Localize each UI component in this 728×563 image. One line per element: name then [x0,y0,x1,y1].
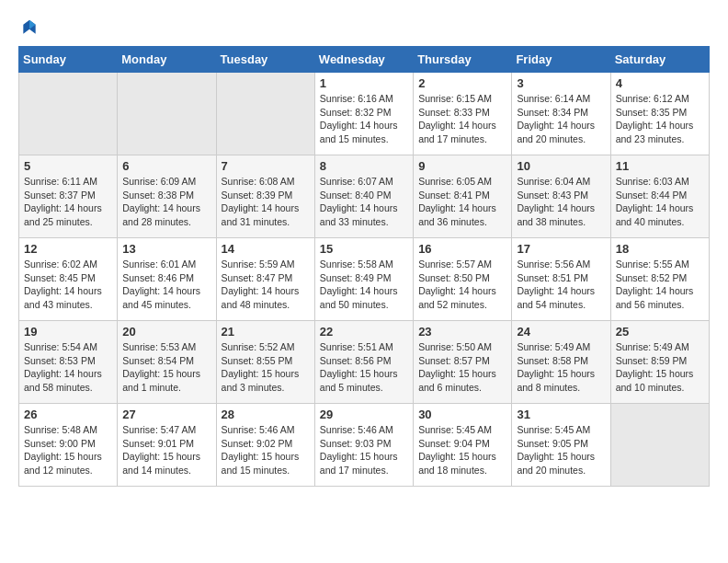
day-number: 28 [222,408,310,421]
calendar-cell: 25Sunrise: 5:49 AM Sunset: 8:59 PM Dayli… [610,321,709,404]
day-info: Sunrise: 5:55 AM Sunset: 8:52 PM Dayligh… [616,258,704,312]
day-info: Sunrise: 5:50 AM Sunset: 8:57 PM Dayligh… [418,340,506,395]
day-info: Sunrise: 6:14 AM Sunset: 8:34 PM Dayligh… [517,92,605,146]
day-info: Sunrise: 5:59 AM Sunset: 8:47 PM Dayligh… [222,258,310,312]
calendar-cell [216,73,314,155]
day-info: Sunrise: 5:54 AM Sunset: 8:53 PM Dayligh… [24,340,112,395]
day-info: Sunrise: 6:12 AM Sunset: 8:35 PM Dayligh… [616,92,704,146]
column-header-thursday: Thursday [414,47,512,73]
day-number: 22 [320,325,408,339]
day-number: 19 [24,325,112,339]
calendar-cell: 4Sunrise: 6:12 AM Sunset: 8:35 PM Daylig… [610,73,709,155]
calendar-week-1: 1Sunrise: 6:16 AM Sunset: 8:32 PM Daylig… [19,73,710,155]
day-info: Sunrise: 6:01 AM Sunset: 8:46 PM Dayligh… [122,258,210,312]
day-info: Sunrise: 5:58 AM Sunset: 8:49 PM Dayligh… [320,258,408,312]
column-header-saturday: Saturday [610,47,709,73]
calendar-cell: 11Sunrise: 6:03 AM Sunset: 8:44 PM Dayli… [610,155,709,238]
day-info: Sunrise: 5:49 AM Sunset: 8:58 PM Dayligh… [517,340,605,395]
day-number: 20 [122,325,210,339]
calendar-cell: 13Sunrise: 6:01 AM Sunset: 8:46 PM Dayli… [118,238,216,321]
day-number: 9 [418,159,506,173]
calendar-cell: 31Sunrise: 5:45 AM Sunset: 9:05 PM Dayli… [512,404,610,487]
day-number: 16 [418,242,506,256]
calendar-cell: 14Sunrise: 5:59 AM Sunset: 8:47 PM Dayli… [216,238,314,321]
calendar-cell: 17Sunrise: 5:56 AM Sunset: 8:51 PM Dayli… [512,238,610,321]
calendar-cell: 21Sunrise: 5:52 AM Sunset: 8:55 PM Dayli… [216,321,314,404]
calendar-week-3: 12Sunrise: 6:02 AM Sunset: 8:45 PM Dayli… [19,238,710,321]
calendar-cell [610,404,709,487]
calendar-cell: 15Sunrise: 5:58 AM Sunset: 8:49 PM Dayli… [314,238,413,321]
day-info: Sunrise: 5:47 AM Sunset: 9:01 PM Dayligh… [122,423,210,477]
day-info: Sunrise: 6:02 AM Sunset: 8:45 PM Dayligh… [24,258,112,312]
day-info: Sunrise: 6:04 AM Sunset: 8:43 PM Dayligh… [517,175,605,229]
calendar-cell: 1Sunrise: 6:16 AM Sunset: 8:32 PM Daylig… [314,73,413,155]
column-header-sunday: Sunday [19,47,118,73]
day-number: 5 [24,159,112,173]
day-number: 31 [517,408,605,421]
calendar-table: SundayMondayTuesdayWednesdayThursdayFrid… [18,46,710,487]
column-header-tuesday: Tuesday [216,47,314,73]
calendar-cell: 28Sunrise: 5:46 AM Sunset: 9:02 PM Dayli… [216,404,314,487]
day-info: Sunrise: 6:05 AM Sunset: 8:41 PM Dayligh… [418,175,506,229]
day-number: 15 [320,242,408,256]
day-number: 13 [122,242,210,256]
calendar-cell: 9Sunrise: 6:05 AM Sunset: 8:41 PM Daylig… [414,155,512,238]
column-header-monday: Monday [118,47,216,73]
day-number: 18 [616,242,704,256]
logo-icon [20,18,39,37]
calendar-cell: 8Sunrise: 6:07 AM Sunset: 8:40 PM Daylig… [314,155,413,238]
day-number: 7 [222,159,310,173]
page-header [18,18,710,37]
calendar-cell [118,73,216,155]
day-number: 21 [222,325,310,339]
day-number: 29 [320,408,408,421]
calendar-cell: 30Sunrise: 5:45 AM Sunset: 9:04 PM Dayli… [414,404,512,487]
day-info: Sunrise: 5:53 AM Sunset: 8:54 PM Dayligh… [122,340,210,395]
calendar-cell: 5Sunrise: 6:11 AM Sunset: 8:37 PM Daylig… [19,155,118,238]
day-info: Sunrise: 5:48 AM Sunset: 9:00 PM Dayligh… [24,423,112,477]
calendar-cell: 18Sunrise: 5:55 AM Sunset: 8:52 PM Dayli… [610,238,709,321]
day-info: Sunrise: 5:49 AM Sunset: 8:59 PM Dayligh… [616,340,704,395]
calendar-week-5: 26Sunrise: 5:48 AM Sunset: 9:00 PM Dayli… [19,404,710,487]
calendar-cell: 19Sunrise: 5:54 AM Sunset: 8:53 PM Dayli… [19,321,118,404]
day-info: Sunrise: 5:45 AM Sunset: 9:05 PM Dayligh… [517,423,605,477]
day-number: 3 [517,76,605,90]
day-number: 23 [418,325,506,339]
calendar-cell: 27Sunrise: 5:47 AM Sunset: 9:01 PM Dayli… [118,404,216,487]
calendar-cell: 2Sunrise: 6:15 AM Sunset: 8:33 PM Daylig… [414,73,512,155]
calendar-cell: 22Sunrise: 5:51 AM Sunset: 8:56 PM Dayli… [314,321,413,404]
day-info: Sunrise: 5:52 AM Sunset: 8:55 PM Dayligh… [222,340,310,395]
day-info: Sunrise: 5:46 AM Sunset: 9:03 PM Dayligh… [320,423,408,477]
day-number: 17 [517,242,605,256]
day-info: Sunrise: 5:57 AM Sunset: 8:50 PM Dayligh… [418,258,506,312]
calendar-cell: 24Sunrise: 5:49 AM Sunset: 8:58 PM Dayli… [512,321,610,404]
day-number: 26 [24,408,112,421]
day-number: 4 [616,76,704,90]
day-info: Sunrise: 5:56 AM Sunset: 8:51 PM Dayligh… [517,258,605,312]
day-info: Sunrise: 6:07 AM Sunset: 8:40 PM Dayligh… [320,175,408,229]
day-number: 24 [517,325,605,339]
column-header-friday: Friday [512,47,610,73]
day-info: Sunrise: 5:45 AM Sunset: 9:04 PM Dayligh… [418,423,506,477]
calendar-cell: 29Sunrise: 5:46 AM Sunset: 9:03 PM Dayli… [314,404,413,487]
calendar-cell: 6Sunrise: 6:09 AM Sunset: 8:38 PM Daylig… [118,155,216,238]
day-number: 12 [24,242,112,256]
day-number: 30 [418,408,506,421]
day-info: Sunrise: 6:11 AM Sunset: 8:37 PM Dayligh… [24,175,112,229]
calendar-cell: 16Sunrise: 5:57 AM Sunset: 8:50 PM Dayli… [414,238,512,321]
calendar-week-4: 19Sunrise: 5:54 AM Sunset: 8:53 PM Dayli… [19,321,710,404]
day-number: 11 [616,159,704,173]
calendar-header-row: SundayMondayTuesdayWednesdayThursdayFrid… [19,47,710,73]
day-number: 25 [616,325,704,339]
day-number: 1 [320,76,408,90]
calendar-cell: 3Sunrise: 6:14 AM Sunset: 8:34 PM Daylig… [512,73,610,155]
column-header-wednesday: Wednesday [314,47,413,73]
calendar-cell: 26Sunrise: 5:48 AM Sunset: 9:00 PM Dayli… [19,404,118,487]
calendar-week-2: 5Sunrise: 6:11 AM Sunset: 8:37 PM Daylig… [19,155,710,238]
day-number: 2 [418,76,506,90]
calendar-cell: 20Sunrise: 5:53 AM Sunset: 8:54 PM Dayli… [118,321,216,404]
day-number: 14 [222,242,310,256]
logo [18,18,39,37]
day-info: Sunrise: 6:16 AM Sunset: 8:32 PM Dayligh… [320,92,408,146]
calendar-cell: 23Sunrise: 5:50 AM Sunset: 8:57 PM Dayli… [414,321,512,404]
